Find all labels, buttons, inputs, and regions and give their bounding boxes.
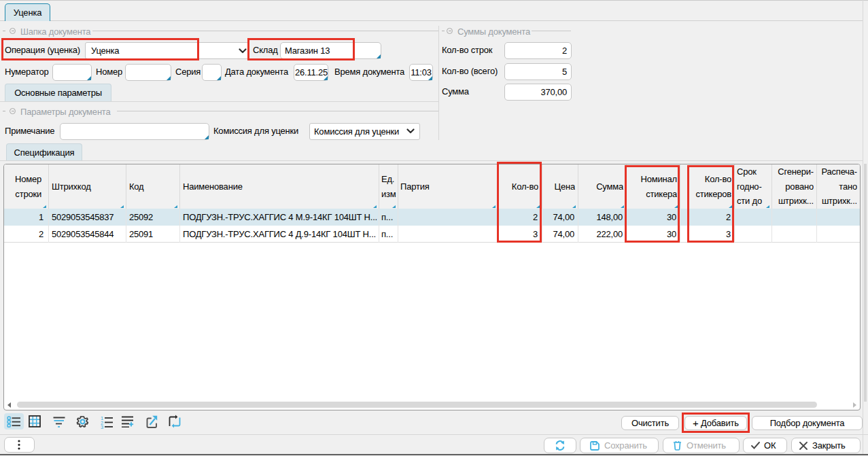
svg-text:3: 3 [101, 424, 103, 429]
